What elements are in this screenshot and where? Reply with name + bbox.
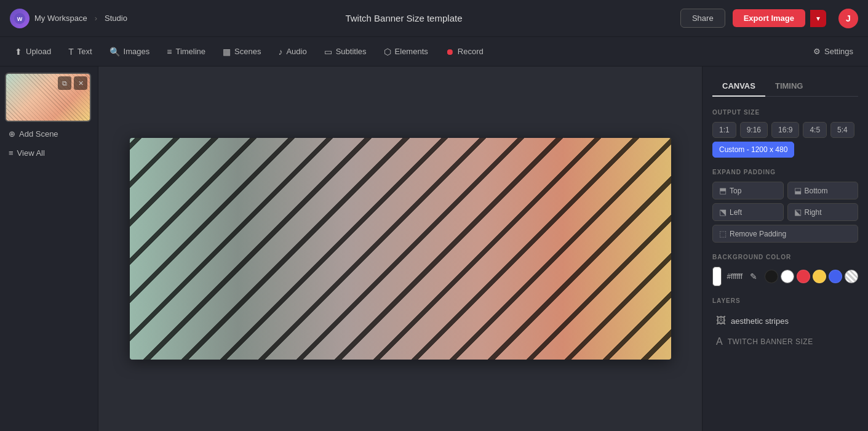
layer-stripes-name: aesthetic stripes bbox=[731, 316, 789, 326]
size-btn-5-4[interactable]: 5:4 bbox=[830, 122, 854, 138]
view-all-button[interactable]: ≡ View All bbox=[5, 146, 93, 160]
user-avatar[interactable]: J bbox=[838, 9, 858, 28]
swatch-black[interactable] bbox=[765, 270, 778, 283]
padding-left-icon: ⬔ bbox=[719, 207, 727, 217]
settings-icon: ⚙ bbox=[813, 47, 821, 56]
toolbar-elements[interactable]: ⬡ Elements bbox=[376, 43, 436, 60]
canvas-content bbox=[130, 138, 671, 360]
padding-grid: ⬒ Top ⬓ Bottom ⬔ Left ⬕ Right ⬚ Remove P… bbox=[712, 182, 858, 243]
swatch-white[interactable] bbox=[781, 270, 794, 283]
audio-icon: ♪ bbox=[278, 47, 282, 57]
elements-icon: ⬡ bbox=[384, 47, 391, 57]
record-icon: ⏺ bbox=[445, 47, 454, 57]
scenes-icon: ▦ bbox=[223, 47, 231, 57]
add-scene-button[interactable]: ⊕ Add Scene bbox=[5, 127, 93, 141]
padding-bottom-button[interactable]: ⬓ Bottom bbox=[787, 182, 859, 199]
workspace-label: My Workspace bbox=[34, 14, 87, 23]
tab-canvas[interactable]: CANVAS bbox=[712, 76, 765, 97]
size-btn-16-9[interactable]: 16:9 bbox=[771, 122, 799, 138]
text-icon: T bbox=[68, 47, 74, 57]
output-size-label: OUTPUT SIZE bbox=[712, 109, 858, 116]
layer-item-banner[interactable]: A TWITCH BANNER SIZE bbox=[712, 331, 858, 352]
export-caret-button[interactable]: ▾ bbox=[810, 10, 826, 27]
breadcrumb-sep: › bbox=[95, 14, 97, 23]
size-btn-4-5[interactable]: 4:5 bbox=[803, 122, 827, 138]
layer-text-icon: A bbox=[716, 336, 723, 347]
studio-label: Studio bbox=[105, 14, 127, 23]
sidebar-left: ⧉ ✕ ⊕ Add Scene ≡ View All bbox=[0, 66, 98, 431]
images-icon: 🔍 bbox=[109, 47, 120, 57]
add-scene-icon: ⊕ bbox=[9, 129, 15, 139]
toolbar-subtitles[interactable]: ▭ Subtitles bbox=[317, 43, 374, 60]
bg-color-row: #ffffff ✎ bbox=[712, 267, 858, 286]
canvas-area[interactable] bbox=[98, 66, 702, 431]
bg-color-value: #ffffff bbox=[727, 272, 743, 281]
padding-bottom-icon: ⬓ bbox=[794, 186, 802, 195]
scene-duplicate-button[interactable]: ⧉ bbox=[58, 76, 71, 90]
panel-tabs: CANVAS TIMING bbox=[712, 76, 858, 97]
size-btn-9-16[interactable]: 9:16 bbox=[740, 122, 768, 138]
swatch-yellow[interactable] bbox=[813, 270, 826, 283]
tab-timing[interactable]: TIMING bbox=[765, 76, 813, 97]
top-nav: W My Workspace › Studio Twitch Banner Si… bbox=[0, 0, 868, 37]
export-button[interactable]: Export Image bbox=[733, 9, 805, 27]
svg-text:W: W bbox=[17, 16, 23, 22]
remove-padding-button[interactable]: ⬚ Remove Padding bbox=[712, 225, 858, 243]
layer-banner-name: TWITCH BANNER SIZE bbox=[728, 337, 813, 346]
scene-thumb-actions: ⧉ ✕ bbox=[58, 76, 87, 90]
swatch-red[interactable] bbox=[797, 270, 810, 283]
layers-label: LAYERS bbox=[712, 297, 858, 304]
scene-delete-button[interactable]: ✕ bbox=[74, 76, 87, 90]
output-size-grid: 1:1 9:16 16:9 4:5 5:4 Custom - 1200 x 48… bbox=[712, 122, 858, 158]
main-area: ⧉ ✕ ⊕ Add Scene ≡ View All CANVAS TIMING… bbox=[0, 66, 868, 431]
color-swatches bbox=[765, 270, 858, 283]
padding-top-button[interactable]: ⬒ Top bbox=[712, 182, 784, 199]
canvas-image bbox=[130, 138, 671, 360]
layer-image-icon: 🖼 bbox=[716, 315, 726, 326]
size-btn-1-1[interactable]: 1:1 bbox=[712, 122, 736, 138]
toolbar: ⬆ Upload T Text 🔍 Images ≡ Timeline ▦ Sc… bbox=[0, 37, 868, 66]
bg-color-swatch[interactable] bbox=[712, 267, 722, 286]
timeline-icon: ≡ bbox=[167, 47, 172, 57]
layer-item-stripes[interactable]: 🖼 aesthetic stripes bbox=[712, 310, 858, 331]
upload-icon: ⬆ bbox=[15, 47, 22, 57]
size-btn-custom[interactable]: Custom - 1200 x 480 bbox=[712, 142, 794, 158]
swatch-blue[interactable] bbox=[829, 270, 842, 283]
padding-top-icon: ⬒ bbox=[719, 186, 727, 195]
view-all-icon: ≡ bbox=[9, 148, 14, 158]
workspace-avatar: W bbox=[10, 9, 30, 28]
expand-padding-label: EXPAND PADDING bbox=[712, 169, 858, 175]
toolbar-audio[interactable]: ♪ Audio bbox=[271, 43, 314, 60]
toolbar-record[interactable]: ⏺ Record bbox=[438, 43, 491, 60]
toolbar-text[interactable]: T Text bbox=[61, 43, 99, 60]
toolbar-images[interactable]: 🔍 Images bbox=[102, 43, 157, 60]
eyedropper-button[interactable]: ✎ bbox=[747, 269, 760, 284]
scene-thumbnail[interactable]: ⧉ ✕ bbox=[5, 73, 91, 122]
padding-left-button[interactable]: ⬔ Left bbox=[712, 203, 784, 221]
workspace-link[interactable]: W My Workspace bbox=[10, 9, 87, 28]
page-title: Twitch Banner Size template bbox=[135, 13, 673, 23]
share-button[interactable]: Share bbox=[680, 9, 725, 28]
toolbar-timeline[interactable]: ≡ Timeline bbox=[159, 43, 213, 60]
right-panel: CANVAS TIMING OUTPUT SIZE 1:1 9:16 16:9 … bbox=[702, 66, 868, 431]
toolbar-settings[interactable]: ⚙ Settings bbox=[806, 43, 861, 60]
toolbar-scenes[interactable]: ▦ Scenes bbox=[215, 43, 268, 60]
layers-section: 🖼 aesthetic stripes A TWITCH BANNER SIZE bbox=[712, 310, 858, 352]
bg-color-label: BACKGROUND COLOR bbox=[712, 254, 858, 260]
remove-padding-icon: ⬚ bbox=[719, 229, 727, 238]
toolbar-upload[interactable]: ⬆ Upload bbox=[7, 43, 58, 60]
swatch-none[interactable] bbox=[845, 270, 858, 283]
subtitles-icon: ▭ bbox=[324, 47, 332, 57]
padding-right-button[interactable]: ⬕ Right bbox=[787, 203, 859, 221]
padding-right-icon: ⬕ bbox=[794, 207, 802, 217]
